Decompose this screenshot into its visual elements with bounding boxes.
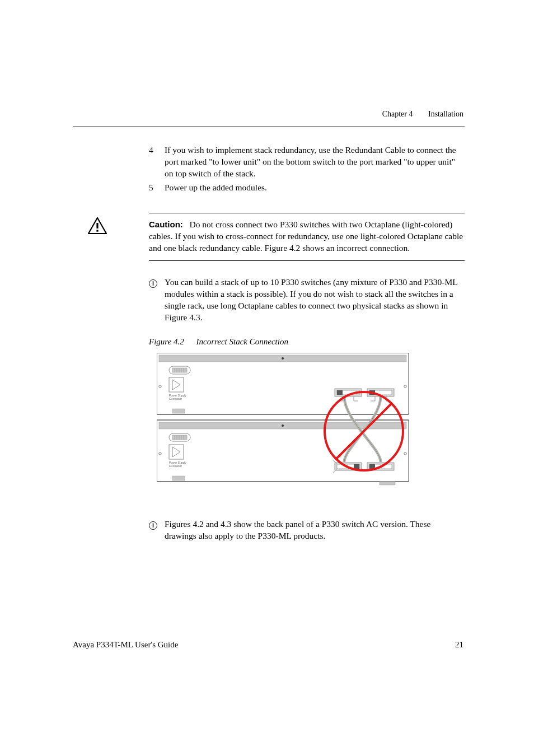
list-item: 5 Power up the added modules. bbox=[149, 182, 465, 194]
svg-rect-0 bbox=[96, 223, 98, 228]
note-text: Figures 4.2 and 4.3 show the back panel … bbox=[165, 519, 465, 542]
step-text: Power up the added modules. bbox=[165, 182, 465, 194]
chapter-label: Chapter 4 bbox=[382, 110, 413, 118]
note-row: i Figures 4.2 and 4.3 show the back pane… bbox=[149, 519, 465, 542]
list-item: 4 If you wish to implement stack redunda… bbox=[149, 144, 465, 180]
step-number: 5 bbox=[149, 182, 165, 194]
page-header: Chapter 4 Installation bbox=[382, 110, 463, 119]
svg-point-24 bbox=[282, 424, 284, 427]
svg-rect-2 bbox=[157, 353, 409, 414]
info-icon: i bbox=[149, 277, 165, 324]
svg-rect-1 bbox=[96, 230, 98, 231]
caution-icon bbox=[87, 217, 107, 235]
caution-body: Do not cross connect two P330 switches w… bbox=[149, 220, 463, 253]
figure-caption: Figure 4.2 Incorrect Stack Connection bbox=[149, 336, 465, 347]
info-icon: i bbox=[149, 519, 165, 542]
figure-image: Power Supply Connector bbox=[157, 353, 409, 502]
note-row: i You can build a stack of up to 10 P330… bbox=[149, 277, 465, 324]
body-content: 4 If you wish to implement stack redunda… bbox=[149, 144, 465, 542]
svg-rect-18 bbox=[337, 390, 343, 395]
psu-label-line2b: Connector bbox=[169, 464, 182, 468]
page-number: 21 bbox=[455, 640, 463, 650]
footer-doc-title: Avaya P334T-ML User's Guide bbox=[73, 640, 178, 650]
figure-title: Incorrect Stack Connection bbox=[196, 337, 288, 346]
step-text: If you wish to implement stack redundanc… bbox=[165, 144, 465, 180]
header-rule bbox=[73, 127, 465, 127]
svg-rect-36 bbox=[380, 482, 395, 485]
step-number: 4 bbox=[149, 144, 165, 180]
svg-rect-35 bbox=[172, 476, 185, 480]
svg-point-4 bbox=[282, 357, 284, 360]
psu-label-line2: Connector bbox=[169, 397, 182, 400]
svg-rect-15 bbox=[172, 409, 185, 413]
svg-rect-39 bbox=[354, 464, 359, 469]
caution-block: Caution: Do not cross connect two P330 s… bbox=[149, 213, 465, 262]
svg-rect-22 bbox=[157, 420, 409, 482]
note-text: You can build a stack of up to 10 P330 s… bbox=[165, 277, 465, 324]
figure-number: Figure 4.2 bbox=[149, 337, 184, 346]
chapter-title: Installation bbox=[428, 110, 463, 118]
caution-label: Caution: bbox=[149, 220, 183, 229]
